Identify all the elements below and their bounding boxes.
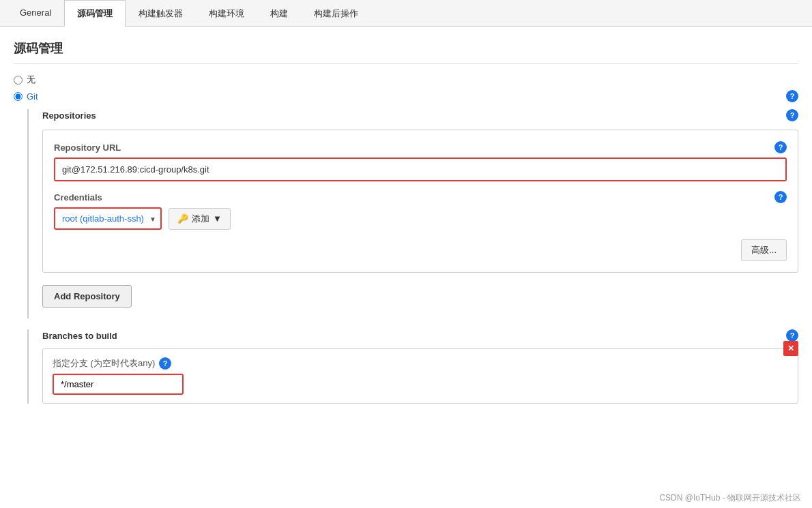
add-dropdown-arrow: ▼ <box>213 213 222 224</box>
csdn-footer: CSDN @IoTHub - 物联网开源技术社区 <box>648 488 812 508</box>
branches-help-icon[interactable]: ? <box>786 329 798 342</box>
branch-input-wrapper <box>53 374 184 395</box>
tab-bar: General 源码管理 构建触发器 构建环境 构建 构建后操作 <box>0 0 812 27</box>
scm-git-radio[interactable] <box>14 92 23 101</box>
branches-title: Branches to build <box>42 331 117 341</box>
page-title: 源码管理 <box>14 40 798 64</box>
scm-radio-group: 无 Git ? <box>14 74 798 102</box>
tab-general[interactable]: General <box>7 0 64 27</box>
scm-git-label: Git <box>27 91 38 102</box>
tab-env[interactable]: 构建环境 <box>196 0 257 27</box>
scm-none-label: 无 <box>27 74 35 86</box>
tab-build[interactable]: 构建 <box>257 0 301 27</box>
credentials-select-container: root (qitlab-auth-ssh) ▼ <box>55 209 160 228</box>
tab-source[interactable]: 源码管理 <box>64 0 126 27</box>
add-button-label: 添加 <box>192 213 209 225</box>
branch-field-label: 指定分支 (为空时代表any) <box>53 357 155 370</box>
branch-field-help-icon[interactable]: ? <box>159 357 171 370</box>
delete-branch-button[interactable]: ✕ <box>783 341 798 356</box>
tab-post[interactable]: 构建后操作 <box>301 0 371 27</box>
repository-box: Repository URL ? Credentials ? <box>42 130 798 273</box>
credentials-field-row: Credentials ? root (qitlab-auth-ssh) ▼ 🔑 <box>54 191 787 230</box>
add-repository-button[interactable]: Add Repository <box>42 285 132 308</box>
url-field-row: Repository URL ? <box>54 141 787 181</box>
page-content: 源码管理 无 Git ? Repositories ? Repository U… <box>0 27 812 417</box>
advanced-button[interactable]: 高级... <box>741 239 787 261</box>
url-label: Repository URL <box>54 143 121 153</box>
repositories-help-icon[interactable]: ? <box>786 109 798 121</box>
branch-field-header: 指定分支 (为空时代表any) ? <box>53 357 788 370</box>
branches-header: Branches to build ? <box>42 329 798 342</box>
git-section: Repositories ? Repository URL ? Credenti… <box>27 109 798 318</box>
tab-trigger[interactable]: 构建触发器 <box>126 0 196 27</box>
credentials-select-wrapper: root (qitlab-auth-ssh) ▼ <box>54 207 162 230</box>
url-input-wrapper <box>54 158 787 181</box>
branches-section: Branches to build ? ✕ 指定分支 (为空时代表any) ? <box>27 329 798 404</box>
credentials-select[interactable]: root (qitlab-auth-ssh) <box>55 209 160 228</box>
scm-none-item: 无 <box>14 74 798 86</box>
repositories-title: Repositories <box>42 110 96 121</box>
credentials-label: Credentials <box>54 192 102 203</box>
repositories-header: Repositories ? <box>42 109 798 121</box>
branch-box: ✕ 指定分支 (为空时代表any) ? <box>42 348 798 404</box>
credentials-field-header: Credentials ? <box>54 191 787 203</box>
key-icon: 🔑 <box>177 213 188 224</box>
git-help-icon[interactable]: ? <box>786 90 798 102</box>
add-credentials-button[interactable]: 🔑 添加 ▼ <box>169 208 231 230</box>
scm-none-radio[interactable] <box>14 76 23 85</box>
advanced-row: 高级... <box>54 239 787 261</box>
url-help-icon[interactable]: ? <box>774 141 787 153</box>
credentials-help-icon[interactable]: ? <box>774 191 787 203</box>
branch-input[interactable] <box>54 375 182 393</box>
credentials-row: root (qitlab-auth-ssh) ▼ 🔑 添加 ▼ <box>54 207 787 230</box>
url-input[interactable] <box>55 159 785 180</box>
url-field-header: Repository URL ? <box>54 141 787 153</box>
scm-git-item: Git ? <box>14 90 798 102</box>
